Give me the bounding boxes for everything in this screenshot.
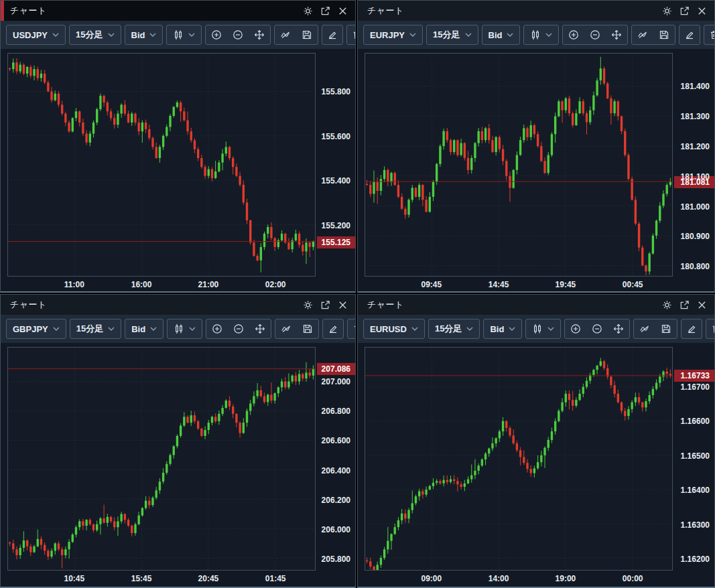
pan-button[interactable] xyxy=(249,25,270,44)
draw-button[interactable] xyxy=(681,319,702,339)
chart-type-dropdown[interactable] xyxy=(523,25,559,45)
close-icon[interactable] xyxy=(338,6,348,16)
zoom-in-button[interactable] xyxy=(206,319,228,338)
chart-plot[interactable] xyxy=(7,347,316,571)
draw-button[interactable] xyxy=(322,25,343,45)
price-tick-label: 206.800 xyxy=(322,407,350,416)
indicator-button[interactable] xyxy=(275,25,296,44)
gear-icon[interactable] xyxy=(303,6,313,16)
symbol-dropdown[interactable]: USDJPY xyxy=(6,25,66,45)
interval-dropdown[interactable]: 15分足 xyxy=(428,319,480,339)
price-type-dropdown[interactable]: Bid xyxy=(125,25,164,45)
chevron-down-icon xyxy=(545,33,552,37)
chevron-down-icon xyxy=(465,33,472,37)
zoom-out-button[interactable] xyxy=(584,25,606,44)
symbol-dropdown[interactable]: EURUSD xyxy=(363,319,425,339)
chart-type-dropdown[interactable] xyxy=(525,319,561,339)
candlestick-icon xyxy=(174,323,184,334)
save-button[interactable] xyxy=(653,25,675,44)
draw-button[interactable] xyxy=(679,25,700,45)
price-tick-label: 1.16300 xyxy=(681,520,710,530)
chart-type-dropdown[interactable] xyxy=(167,319,202,339)
price-tick-label: 206.200 xyxy=(322,496,350,505)
open-in-new-icon[interactable] xyxy=(679,6,690,16)
zoom-in-button[interactable] xyxy=(206,25,227,44)
draw-button[interactable] xyxy=(322,319,344,339)
save-icon xyxy=(659,29,669,40)
chart-area: 1.16733 1.167001.166001.165001.164001.16… xyxy=(358,347,714,585)
zoom-out-button[interactable] xyxy=(228,319,249,338)
delete-button[interactable] xyxy=(346,25,355,45)
price-tick-label: 206.000 xyxy=(322,525,350,534)
delete-button[interactable] xyxy=(706,319,714,339)
time-axis: 10:4515:4520:4501:45 xyxy=(1,573,317,585)
chart-panel: チャート USDJPY 15分足 Bid xyxy=(0,0,356,293)
open-in-new-icon[interactable] xyxy=(320,6,330,16)
title-bar[interactable]: チャート xyxy=(358,1,714,21)
zoom-in-button[interactable] xyxy=(565,319,586,338)
close-icon[interactable] xyxy=(697,6,707,16)
chart-plot[interactable] xyxy=(365,53,673,277)
zoom-out-button[interactable] xyxy=(586,319,608,338)
interval-label: 15分足 xyxy=(433,29,460,41)
pan-button[interactable] xyxy=(606,25,627,44)
open-in-new-icon[interactable] xyxy=(320,300,330,310)
current-price-badge: 1.16733 xyxy=(674,370,714,382)
candlestick-icon xyxy=(530,29,541,40)
indicator-icon xyxy=(280,29,291,40)
symbol-dropdown[interactable]: GBPJPY xyxy=(6,319,66,339)
chart-plot[interactable] xyxy=(365,347,673,571)
chevron-down-icon xyxy=(547,327,554,331)
chart-type-dropdown[interactable] xyxy=(166,25,202,45)
title-bar[interactable]: チャート xyxy=(1,295,355,315)
symbol-dropdown[interactable]: EURJPY xyxy=(363,25,423,45)
zoom-out-button[interactable] xyxy=(227,25,249,44)
zoom-out-icon xyxy=(233,323,244,334)
price-type-dropdown[interactable]: Bid xyxy=(482,25,521,45)
gear-icon[interactable] xyxy=(662,300,672,310)
save-button[interactable] xyxy=(297,319,318,338)
pan-icon xyxy=(613,323,624,334)
zoom-in-button[interactable] xyxy=(563,25,584,44)
time-tick-label: 09:00 xyxy=(421,574,442,583)
panel-grid: チャート USDJPY 15分足 Bid xyxy=(0,0,715,588)
price-type-dropdown[interactable]: Bid xyxy=(125,319,164,339)
price-type-dropdown[interactable]: Bid xyxy=(483,319,522,339)
open-in-new-icon[interactable] xyxy=(679,300,690,310)
indicator-button[interactable] xyxy=(275,319,297,338)
interval-dropdown[interactable]: 15分足 xyxy=(70,319,121,339)
interval-dropdown[interactable]: 15分足 xyxy=(69,25,121,45)
zoom-out-icon xyxy=(590,29,600,40)
chevron-down-icon xyxy=(150,327,157,331)
pan-button[interactable] xyxy=(608,319,629,338)
interval-label: 15分足 xyxy=(76,29,103,41)
chart-toolbar: EURUSD 15分足 Bid xyxy=(358,315,714,343)
delete-button[interactable] xyxy=(704,25,714,45)
price-tick-label: 1.16600 xyxy=(681,417,710,426)
zoom-in-icon xyxy=(211,29,222,40)
indicator-button[interactable] xyxy=(634,319,655,338)
close-icon[interactable] xyxy=(338,300,348,310)
delete-button[interactable] xyxy=(347,319,355,339)
current-price-badge: 207.086 xyxy=(317,363,355,375)
title-bar[interactable]: チャート xyxy=(358,295,714,315)
candles-svg xyxy=(8,54,315,276)
chart-plot[interactable] xyxy=(7,53,316,277)
price-tick-label: 181.000 xyxy=(681,202,710,212)
gear-icon[interactable] xyxy=(662,6,672,16)
time-tick-label: 10:45 xyxy=(64,574,84,583)
time-tick-label: 00:45 xyxy=(623,280,643,289)
save-button[interactable] xyxy=(655,319,677,338)
price-tick-label: 155.200 xyxy=(322,221,350,230)
zoom-pan-group xyxy=(206,319,271,339)
indicator-button[interactable] xyxy=(632,25,653,44)
save-button[interactable] xyxy=(296,25,318,44)
title-bar[interactable]: チャート xyxy=(1,1,355,21)
indicator-icon xyxy=(281,323,291,334)
chevron-down-icon xyxy=(149,33,156,37)
pan-button[interactable] xyxy=(249,319,271,338)
interval-dropdown[interactable]: 15分足 xyxy=(426,25,478,45)
gear-icon[interactable] xyxy=(303,300,313,310)
close-icon[interactable] xyxy=(697,300,707,310)
candlestick-icon xyxy=(173,29,184,40)
